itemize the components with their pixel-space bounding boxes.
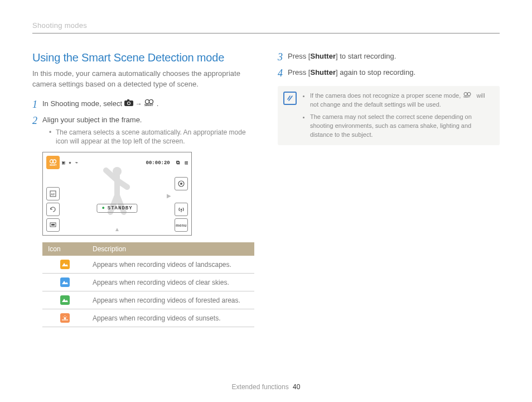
left-column: Using the Smart Scene Detection mode In … <box>32 51 254 327</box>
svg-line-21 <box>63 317 64 317</box>
table-row: Appears when recording videos of sunsets… <box>42 309 254 327</box>
section-title: Using the Smart Scene Detection mode <box>32 51 254 64</box>
step-3: 3 Press [Shutter] to start recording. <box>278 51 500 62</box>
svg-point-25 <box>467 92 471 95</box>
step-number: 1 <box>32 97 37 112</box>
smart-inline-icon: SMART <box>463 92 473 100</box>
svg-text:SMART: SMART <box>144 104 153 106</box>
step-2: 2 Align your subject in the frame. The c… <box>32 115 254 146</box>
sunset-icon <box>60 313 70 323</box>
step-1-text-a: In Shooting mode, select <box>42 99 124 108</box>
svg-rect-1 <box>127 99 129 101</box>
note-bullet-2: The camera may not select the correct sc… <box>310 113 492 140</box>
right-column: 3 Press [Shutter] to start recording. 4 … <box>278 51 500 327</box>
breadcrumb: Shooting modes <box>32 21 500 34</box>
page-number: 40 <box>293 383 300 391</box>
table-row: Appears when recording videos of landsca… <box>42 256 254 274</box>
step-1: 1 In Shooting mode, select →SMART. <box>32 99 254 109</box>
step-2-text: Align your subject in the frame. <box>42 116 142 124</box>
svg-text:AF: AF <box>51 193 55 196</box>
svg-point-3 <box>128 102 130 104</box>
svg-point-24 <box>464 92 467 95</box>
table-head-desc: Description <box>87 242 254 256</box>
camera-icon <box>124 99 133 109</box>
svg-text:SMART: SMART <box>463 96 471 98</box>
page-footer: Extended functions 40 <box>0 383 532 391</box>
lcd-timecode: 00:00:20 <box>146 160 170 166</box>
lcd-standby-label: ●STANDBY <box>96 204 137 213</box>
lcd-menu-icon: menu <box>175 218 188 232</box>
table-cell: Appears when recording videos of clear s… <box>87 274 254 291</box>
icon-description-table: Icon Description Appears when recording … <box>42 242 254 327</box>
svg-line-22 <box>66 317 67 317</box>
table-cell: Appears when recording videos of sunsets… <box>87 309 254 327</box>
note-box: If the camera does not recognize a prope… <box>278 86 500 145</box>
step-number: 3 <box>278 50 283 64</box>
section-intro: In this mode, your camera automatically … <box>32 69 254 90</box>
step-2-sub: The camera selects a scene automatically… <box>49 128 254 147</box>
svg-point-5 <box>149 99 153 103</box>
battery-icon: ▥ <box>185 160 188 166</box>
step-1-text-b: . <box>157 99 159 108</box>
svg-point-12 <box>180 183 182 185</box>
table-cell: Appears when recording videos of foreste… <box>87 291 254 309</box>
landscape-icon <box>60 260 70 269</box>
lcd-refresh-icon <box>46 203 60 216</box>
chevron-up-icon: ▲ <box>114 226 120 232</box>
table-head-icon: Icon <box>42 242 87 256</box>
footer-label: Extended functions <box>232 383 289 391</box>
arrow-icon: → <box>136 100 142 108</box>
step-number: 4 <box>278 66 283 80</box>
sd-card-icon: ⧉ <box>176 160 180 166</box>
chevron-right-icon: ▶ <box>167 193 171 199</box>
smart-icon: SMART <box>144 99 157 109</box>
table-cell: Appears when recording videos of landsca… <box>87 256 254 274</box>
svg-text:SMART: SMART <box>50 164 57 166</box>
table-row: Appears when recording videos of clear s… <box>42 274 254 291</box>
lcd-target-icon <box>175 177 188 190</box>
step-4: 4 Press [Shutter] again to stop recordin… <box>278 68 500 78</box>
svg-point-4 <box>145 99 149 103</box>
step-number: 2 <box>32 113 37 128</box>
svg-point-19 <box>64 317 66 319</box>
forest-icon <box>60 295 70 305</box>
lcd-display-icon <box>46 218 60 232</box>
note-icon <box>283 92 297 105</box>
svg-rect-16 <box>51 224 55 226</box>
lcd-top-icons: ▣ ✷ ⌁ <box>62 160 79 166</box>
smart-badge-icon: SMART <box>46 156 60 169</box>
sky-icon <box>60 277 70 287</box>
note-bullet-1: If the camera does not recognize a prope… <box>310 92 492 109</box>
lcd-preview: SMART ▣ ✷ ⌁ 00:00:20 ⧉ ▥ <box>42 152 192 236</box>
table-row: Appears when recording videos of foreste… <box>42 291 254 309</box>
lcd-af-icon: AF <box>46 187 60 200</box>
lcd-antenna-icon <box>175 203 188 216</box>
